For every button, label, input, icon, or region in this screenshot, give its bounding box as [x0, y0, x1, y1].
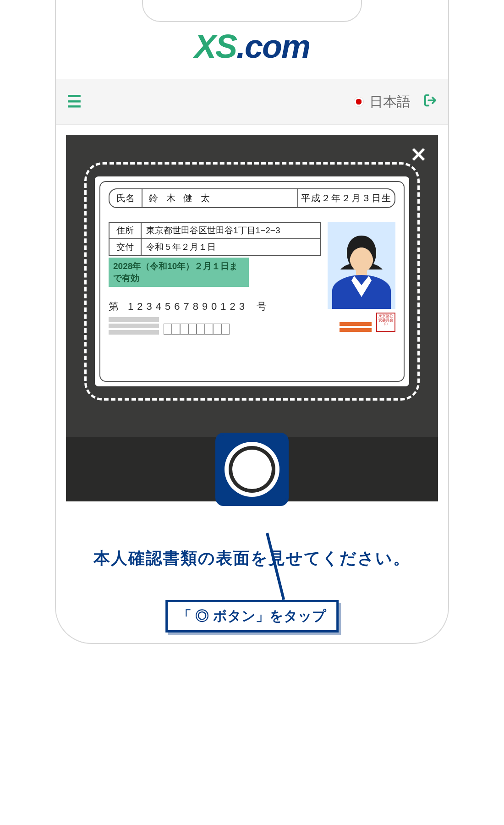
id-name-value: 鈴 木 健 太	[142, 189, 298, 207]
id-address-table: 住所 東京都世田谷区世田谷1丁目1−2−3 交付 令和５年２月１日	[109, 222, 321, 256]
topbar: ☰ 日本語	[56, 79, 448, 125]
id-orange-lines	[340, 320, 372, 332]
logout-icon[interactable]	[423, 94, 437, 110]
id-validity: 2028年（令和10年）２月１日まで有効	[109, 258, 249, 287]
id-name-row: 氏名 鈴 木 健 太 平成２年２月３日生	[109, 188, 395, 208]
id-address-value: 東京都世田谷区世田谷1丁目1−2−3	[141, 222, 321, 239]
id-number: 1234567890123	[128, 301, 248, 313]
card-holder: 氏名 鈴 木 健 太 平成２年２月３日生 住所 東京都世田谷区世田谷1丁目1−2…	[95, 176, 409, 386]
language-label: 日本語	[369, 93, 411, 111]
id-seal: 東京都公安委員会印	[376, 313, 395, 332]
logo-dotcom: .com	[236, 28, 310, 65]
id-photo	[328, 222, 395, 309]
close-icon[interactable]: ✕	[410, 143, 427, 166]
capture-button[interactable]	[215, 433, 289, 506]
camera-viewport: ✕ 氏名 鈴 木 健 太 平成２年２月３日生 住所	[66, 135, 438, 501]
id-cells	[164, 324, 230, 335]
id-stripes	[109, 317, 159, 335]
capture-guide-frame: 氏名 鈴 木 健 太 平成２年２月３日生 住所 東京都世田谷区世田谷1丁目1−2…	[84, 162, 420, 401]
logo-xs: XS	[194, 28, 236, 65]
id-issue-label: 交付	[109, 239, 141, 255]
id-address-label: 住所	[109, 222, 141, 239]
id-address-block: 住所 東京都世田谷区世田谷1丁目1−2−3 交付 令和５年２月１日 2028年（…	[109, 222, 395, 335]
callout-label: 「 ◎ ボタン」をタップ	[165, 600, 339, 632]
id-num-suffix: 号	[257, 300, 268, 314]
instruction-text: 本人確認書類の表面を見せてください。	[56, 547, 448, 570]
id-number-row: 第 1234567890123 号	[109, 300, 321, 314]
language-selector[interactable]: 日本語	[354, 93, 411, 111]
id-num-prefix: 第	[109, 300, 120, 314]
id-dob: 平成２年２月３日生	[298, 189, 394, 207]
callout-wrap: 「 ◎ ボタン」をタップ	[56, 574, 448, 643]
phone-frame: XS.com ☰ 日本語 ✕ 氏名 鈴 木 健 太 平成２年２月３日生	[55, 0, 449, 644]
id-seal-area: 東京都公安委員会印	[340, 313, 395, 332]
id-issue-value: 令和５年２月１日	[141, 239, 321, 255]
menu-icon[interactable]: ☰	[67, 92, 82, 111]
flag-jp-icon	[354, 97, 364, 107]
id-name-label: 氏名	[110, 189, 142, 207]
id-card: 氏名 鈴 木 健 太 平成２年２月３日生 住所 東京都世田谷区世田谷1丁目1−2…	[99, 181, 405, 382]
id-bottom-row	[109, 317, 321, 335]
topbar-right: 日本語	[354, 93, 437, 111]
phone-notch	[142, 0, 362, 22]
shutter-icon	[225, 442, 279, 497]
